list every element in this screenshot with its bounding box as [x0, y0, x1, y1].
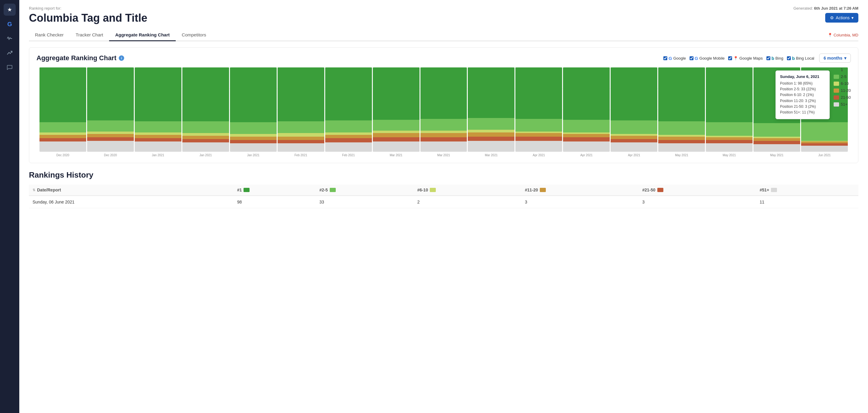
table-cell-date: Sunday, 06 June 2021 — [29, 196, 234, 208]
bar-segment — [706, 122, 752, 136]
location-badge: 📍 Columbia, MD — [828, 33, 858, 37]
bar-col-8[interactable] — [421, 67, 467, 152]
bar-segment — [516, 141, 562, 152]
bar-segment — [421, 131, 467, 133]
tab-aggregate-ranking-chart[interactable]: Aggregate Ranking Chart — [109, 29, 176, 41]
col-header-pos51: #51+ — [756, 184, 858, 196]
bar-segment — [706, 67, 752, 122]
bar-col-2[interactable] — [135, 67, 181, 152]
sidebar-icon-chat[interactable] — [4, 61, 16, 73]
bar-segment — [182, 136, 229, 139]
col-header-pos1: #1 — [234, 184, 316, 196]
filter-bing-local-checkbox[interactable] — [787, 56, 791, 60]
actions-button[interactable]: ⚙ Actions ▾ — [825, 13, 858, 23]
tab-bar: Rank Checker Tracker Chart Aggregate Ran… — [29, 29, 858, 41]
chart-controls: G Google G Google Mobile 📍 Google Maps — [663, 54, 851, 63]
bar-segment — [706, 140, 752, 143]
col-swatch-pos25 — [330, 188, 336, 192]
legend-item-1: 1 — [834, 67, 851, 72]
tabs-left: Rank Checker Tracker Chart Aggregate Ran… — [29, 29, 212, 41]
table-row: Sunday, 06 June 2021983323311 — [29, 196, 858, 208]
sidebar-icon-g[interactable]: G — [4, 18, 16, 30]
col-header-pos1120: #11-20 — [521, 184, 639, 196]
col-swatch-pos2150 — [657, 188, 663, 192]
chart-header: Aggregate Ranking Chart i G Google G Goo… — [36, 54, 851, 63]
col-label-date: Date/Report — [37, 187, 61, 192]
bar-col-11[interactable] — [563, 67, 610, 152]
rankings-header-row: ⇅ Date/Report #1 #2-5 — [29, 184, 858, 196]
legend-swatch-6-10 — [834, 81, 839, 86]
bar-col-13[interactable] — [658, 67, 705, 152]
tab-rank-checker[interactable]: Rank Checker — [29, 29, 70, 41]
bar-col-3[interactable] — [182, 67, 229, 152]
bar-segment — [135, 138, 181, 141]
bar-segment — [468, 67, 515, 118]
info-icon[interactable]: i — [119, 56, 124, 61]
col-swatch-pos610 — [430, 188, 436, 192]
sidebar-icon-trending[interactable] — [4, 47, 16, 59]
bar-segment — [516, 137, 562, 141]
bar-segment — [135, 121, 181, 132]
filter-bing-local-label: Bing Local — [796, 56, 814, 61]
bar-segment — [706, 137, 752, 140]
bar-segment — [230, 140, 277, 143]
bar-col-7[interactable] — [373, 67, 420, 152]
filter-bing-label: Bing — [775, 56, 783, 61]
x-label-0: Dec 2020 — [39, 153, 86, 157]
bar-col-5[interactable] — [278, 67, 324, 152]
chevron-down-months-icon: ▾ — [844, 56, 846, 61]
bar-segment — [278, 140, 324, 143]
chart-section: Aggregate Ranking Chart i G Google G Goo… — [29, 47, 858, 163]
google-mobile-g-icon: G — [695, 56, 698, 61]
legend-swatch-21-50 — [834, 95, 839, 100]
filter-google-maps-checkbox[interactable] — [728, 56, 732, 60]
bar-segment — [801, 122, 848, 141]
bar-segment — [373, 67, 420, 120]
bar-segment — [230, 143, 277, 152]
tab-tracker-chart[interactable]: Tracker Chart — [70, 29, 109, 41]
bar-segment — [278, 133, 324, 136]
filter-bing[interactable]: b Bing — [767, 56, 783, 61]
bar-segment — [230, 122, 277, 134]
bar-segment — [373, 133, 420, 137]
location-pin-icon: 📍 — [828, 33, 832, 37]
sidebar-icon-star[interactable]: ★ — [4, 4, 16, 16]
filter-bing-local[interactable]: b Bing Local — [787, 56, 814, 61]
bar-segment — [658, 121, 705, 135]
tooltip-row: Position 2-5: 33 (22%) — [780, 87, 825, 92]
filter-google-checkbox[interactable] — [663, 56, 667, 60]
x-label-11: Apr 2021 — [563, 153, 610, 157]
bar-segment — [421, 137, 467, 141]
header-right: Generated: 6th Jun 2021 at 7:26 AM ⚙ Act… — [793, 6, 858, 23]
bar-col-4[interactable] — [230, 67, 277, 152]
filter-google-mobile-checkbox[interactable] — [689, 56, 693, 60]
bar-segment — [563, 137, 610, 141]
sort-icon[interactable]: ⇅ — [33, 188, 35, 192]
bar-col-10[interactable] — [516, 67, 562, 152]
filter-google-maps[interactable]: 📍 Google Maps — [728, 56, 763, 61]
bar-col-1[interactable] — [87, 67, 134, 152]
tooltip-title: Sunday, June 6, 2021 — [780, 74, 825, 79]
bar-col-0[interactable] — [39, 67, 86, 152]
bar-segment — [516, 67, 562, 119]
bar-col-6[interactable] — [325, 67, 372, 152]
rankings-thead: ⇅ Date/Report #1 #2-5 — [29, 184, 858, 196]
tab-competitors[interactable]: Competitors — [176, 29, 212, 41]
bar-segment — [87, 141, 134, 152]
bing-local-icon: b — [792, 56, 795, 61]
filter-bing-checkbox[interactable] — [767, 56, 770, 60]
bar-segment — [563, 67, 610, 120]
bar-segment — [753, 123, 800, 137]
col-header-pos2150: #21-50 — [639, 184, 756, 196]
rankings-section: Rankings History ⇅ Date/Report #1 — [29, 170, 858, 208]
bar-col-9[interactable] — [468, 67, 515, 152]
bar-col-12[interactable] — [611, 67, 657, 152]
filter-google[interactable]: G Google — [663, 56, 686, 61]
x-label-2: Jan 2021 — [135, 153, 181, 157]
sidebar-icon-pulse[interactable] — [4, 33, 16, 44]
legend-item-2-5: 2-5 — [834, 74, 851, 79]
months-button[interactable]: 6 months ▾ — [819, 54, 851, 63]
filter-google-mobile[interactable]: G Google Mobile — [689, 56, 725, 61]
bar-col-14[interactable] — [706, 67, 752, 152]
rankings-tbody: Sunday, 06 June 2021983323311 — [29, 196, 858, 208]
